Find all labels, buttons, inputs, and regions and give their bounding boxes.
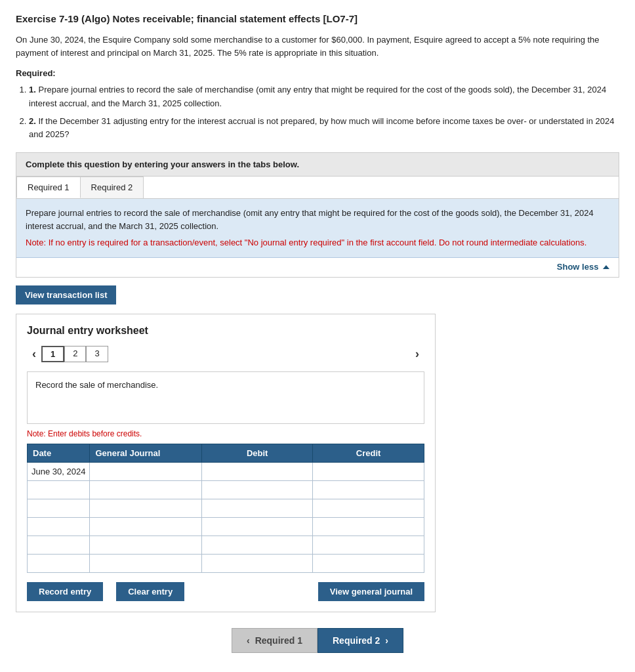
row-3-credit[interactable] bbox=[313, 499, 424, 517]
table-row bbox=[28, 554, 424, 572]
bottom-next-button[interactable]: Required 2 › bbox=[318, 628, 403, 653]
row-5-credit[interactable] bbox=[313, 536, 424, 554]
row-2-credit-input[interactable] bbox=[317, 485, 420, 495]
row-4-debit[interactable] bbox=[202, 517, 313, 536]
col-debit: Debit bbox=[202, 444, 313, 462]
row-6-debit-input[interactable] bbox=[206, 558, 308, 568]
tab-required-1[interactable]: Required 1 bbox=[16, 177, 81, 198]
row-1-date: June 30, 2024 bbox=[28, 462, 90, 480]
row-2-journal-input[interactable] bbox=[94, 485, 197, 495]
nav-page-2[interactable]: 2 bbox=[64, 346, 86, 362]
row-5-debit-input[interactable] bbox=[206, 540, 308, 550]
show-less-icon bbox=[603, 265, 609, 269]
journal-buttons: Record entry Clear entry View general jo… bbox=[27, 582, 424, 601]
row-6-credit[interactable] bbox=[313, 554, 424, 572]
col-date: Date bbox=[28, 444, 90, 462]
page-title: Exercise 7-19 (Algo) Notes receivable; f… bbox=[16, 13, 619, 24]
prev-page-button[interactable]: ‹ bbox=[27, 346, 41, 362]
required-label: Required: bbox=[16, 68, 619, 78]
row-4-date bbox=[28, 517, 90, 536]
record-entry-button[interactable]: Record entry bbox=[27, 582, 103, 601]
col-credit: Credit bbox=[313, 444, 424, 462]
record-description: Record the sale of merchandise. bbox=[27, 371, 424, 424]
tab-description: Prepare journal entries to record the sa… bbox=[26, 208, 594, 231]
row-3-debit-input[interactable] bbox=[206, 503, 308, 513]
row-2-journal[interactable] bbox=[90, 480, 202, 499]
note-debits: Note: Enter debits before credits. bbox=[27, 429, 424, 438]
journal-worksheet: Journal entry worksheet ‹ 1 2 3 › Record… bbox=[16, 314, 436, 612]
next-label: Required 2 bbox=[333, 635, 380, 646]
row-2-credit[interactable] bbox=[313, 480, 424, 499]
table-row bbox=[28, 499, 424, 517]
next-page-button[interactable]: › bbox=[410, 346, 424, 362]
row-3-credit-input[interactable] bbox=[317, 503, 420, 513]
show-less-area: Show less bbox=[16, 258, 619, 277]
row-3-journal-input[interactable] bbox=[94, 503, 197, 513]
tab-note: Note: If no entry is required for a tran… bbox=[26, 236, 609, 249]
bottom-prev-button[interactable]: ‹ Required 1 bbox=[232, 628, 318, 653]
row-6-date bbox=[28, 554, 90, 572]
row-6-credit-input[interactable] bbox=[317, 558, 420, 568]
row-5-credit-input[interactable] bbox=[317, 540, 420, 550]
row-6-journal-input[interactable] bbox=[94, 558, 197, 568]
row-4-credit[interactable] bbox=[313, 517, 424, 536]
chevron-left-icon: ‹ bbox=[247, 635, 250, 646]
row-1-credit-input[interactable] bbox=[317, 467, 420, 476]
table-row bbox=[28, 536, 424, 554]
complete-banner: Complete this question by entering your … bbox=[16, 152, 619, 177]
chevron-right-icon: › bbox=[385, 635, 388, 646]
clear-entry-button[interactable]: Clear entry bbox=[116, 582, 184, 601]
row-6-debit[interactable] bbox=[202, 554, 313, 572]
nav-page-3[interactable]: 3 bbox=[86, 346, 108, 362]
row-3-debit[interactable] bbox=[202, 499, 313, 517]
row-4-debit-input[interactable] bbox=[206, 522, 308, 532]
row-2-debit[interactable] bbox=[202, 480, 313, 499]
table-row: June 30, 2024 bbox=[28, 462, 424, 480]
row-1-journal-input[interactable] bbox=[94, 467, 197, 476]
intro-text: On June 30, 2024, the Esquire Company so… bbox=[16, 33, 619, 59]
row-3-journal[interactable] bbox=[90, 499, 202, 517]
tabs-row: Required 1 Required 2 bbox=[16, 177, 619, 199]
row-4-journal-input[interactable] bbox=[94, 522, 197, 532]
row-1-debit[interactable] bbox=[202, 462, 313, 480]
table-row bbox=[28, 480, 424, 499]
requirement-1: 1. Prepare journal entries to record the… bbox=[29, 83, 619, 111]
nav-page-1[interactable]: 1 bbox=[41, 346, 64, 362]
view-general-journal-button[interactable]: View general journal bbox=[318, 582, 424, 601]
col-general-journal: General Journal bbox=[90, 444, 202, 462]
row-5-journal-input[interactable] bbox=[94, 540, 197, 550]
row-1-journal[interactable] bbox=[90, 462, 202, 480]
row-3-date bbox=[28, 499, 90, 517]
worksheet-nav: ‹ 1 2 3 › bbox=[27, 346, 424, 362]
row-2-date bbox=[28, 480, 90, 499]
prev-label: Required 1 bbox=[255, 635, 302, 646]
row-4-credit-input[interactable] bbox=[317, 522, 420, 532]
row-1-debit-input[interactable] bbox=[206, 467, 308, 476]
show-less-link[interactable]: Show less bbox=[557, 262, 609, 272]
row-2-debit-input[interactable] bbox=[206, 485, 308, 495]
tab-required-2[interactable]: Required 2 bbox=[80, 177, 144, 198]
journal-table: Date General Journal Debit Credit June 3… bbox=[27, 444, 424, 573]
view-transaction-button[interactable]: View transaction list bbox=[16, 285, 116, 304]
row-4-journal[interactable] bbox=[90, 517, 202, 536]
row-6-journal[interactable] bbox=[90, 554, 202, 572]
row-5-journal[interactable] bbox=[90, 536, 202, 554]
requirement-2: 2. If the December 31 adjusting entry fo… bbox=[29, 115, 619, 142]
row-5-debit[interactable] bbox=[202, 536, 313, 554]
tab-content: Prepare journal entries to record the sa… bbox=[16, 199, 619, 258]
bottom-nav: ‹ Required 1 Required 2 › bbox=[16, 628, 619, 653]
table-row bbox=[28, 517, 424, 536]
worksheet-title: Journal entry worksheet bbox=[27, 325, 424, 337]
row-5-date bbox=[28, 536, 90, 554]
row-1-credit[interactable] bbox=[313, 462, 424, 480]
